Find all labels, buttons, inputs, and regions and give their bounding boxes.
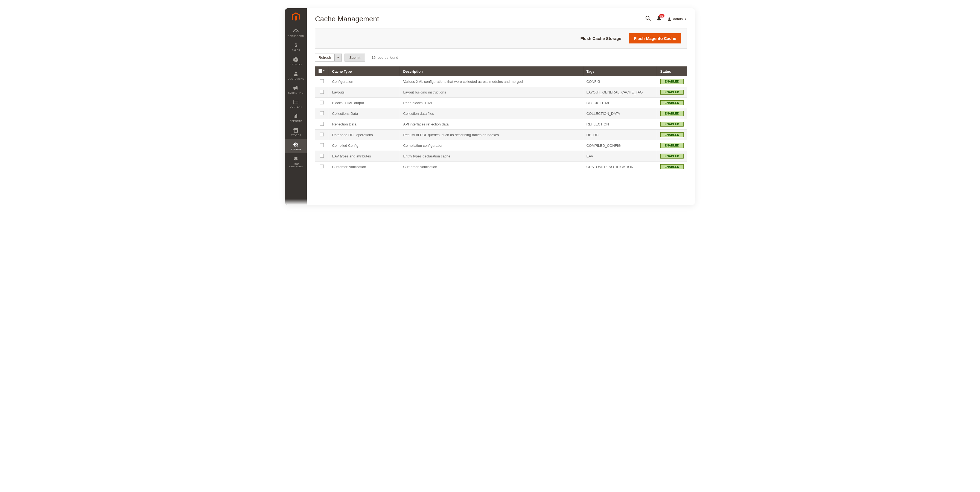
- grid-toolbar: Refresh ▼ Submit 16 records found: [307, 49, 695, 67]
- svg-rect-6: [296, 114, 297, 118]
- cell-type: Collections Data: [329, 108, 400, 119]
- svg-point-0: [295, 71, 297, 73]
- cell-status: ENABLED: [657, 130, 687, 140]
- row-checkbox[interactable]: [320, 90, 324, 94]
- cell-type: Blocks HTML output: [329, 98, 400, 108]
- cell-description: Layout building instructions: [400, 87, 583, 98]
- cell-tags: CUSTOMER_NOTIFICATION: [583, 162, 657, 172]
- table-row[interactable]: Customer NotificationCustomer Notificati…: [315, 162, 687, 172]
- sidebar-item-label: CUSTOMERS: [288, 78, 304, 80]
- row-checkbox[interactable]: [320, 79, 324, 83]
- table-row[interactable]: Blocks HTML outputPage blocks HTMLBLOCK_…: [315, 98, 687, 108]
- cell-description: API interfaces reflection data: [400, 119, 583, 130]
- table-row[interactable]: ConfigurationVarious XML configurations …: [315, 76, 687, 87]
- table-row[interactable]: Compiled ConfigCompilation configuration…: [315, 140, 687, 151]
- search-icon[interactable]: [645, 16, 651, 22]
- row-checkbox[interactable]: [320, 133, 324, 136]
- table-row[interactable]: EAV types and attributesEntity types dec…: [315, 151, 687, 162]
- col-header-checkbox[interactable]: ▼: [315, 67, 329, 76]
- sidebar-item-dashboard[interactable]: DASHBOARD: [285, 26, 307, 40]
- flush-cache-storage-button[interactable]: Flush Cache Storage: [577, 34, 625, 43]
- person-icon: [294, 71, 298, 76]
- cell-status: ENABLED: [657, 151, 687, 162]
- cell-description: Entity types declaration cache: [400, 151, 583, 162]
- row-checkbox[interactable]: [320, 122, 324, 126]
- sidebar-item-label: FIND PARTNERS: [286, 163, 306, 168]
- sidebar-item-sales[interactable]: $ SALES: [285, 40, 307, 54]
- status-badge: ENABLED: [660, 122, 684, 127]
- col-header-description[interactable]: Description: [400, 67, 583, 76]
- cell-description: Page blocks HTML: [400, 98, 583, 108]
- cell-tags: COMPILED_CONFIG: [583, 140, 657, 151]
- cell-type: Compiled Config: [329, 140, 400, 151]
- sidebar-item-customers[interactable]: CUSTOMERS: [285, 68, 307, 83]
- sidebar-item-label: STORES: [291, 134, 301, 137]
- cell-status: ENABLED: [657, 108, 687, 119]
- partners-icon: [293, 156, 298, 162]
- sidebar-item-find-partners[interactable]: FIND PARTNERS: [285, 153, 307, 170]
- sidebar-item-catalog[interactable]: CATALOG: [285, 54, 307, 68]
- cell-status: ENABLED: [657, 76, 687, 87]
- sidebar-item-label: DASHBOARD: [288, 35, 304, 38]
- row-checkbox[interactable]: [320, 165, 324, 168]
- svg-point-9: [668, 17, 670, 19]
- store-icon: [293, 128, 298, 133]
- cell-tags: BLOCK_HTML: [583, 98, 657, 108]
- cell-tags: REFLECTION: [583, 119, 657, 130]
- col-header-type[interactable]: Cache Type: [329, 67, 400, 76]
- admin-user-menu[interactable]: admin ▼: [667, 17, 687, 21]
- caret-down-icon: ▼: [684, 18, 687, 21]
- sidebar-item-label: REPORTS: [290, 120, 302, 123]
- action-bar: Flush Cache Storage Flush Magento Cache: [315, 28, 687, 49]
- layout-icon: [293, 99, 298, 105]
- table-row[interactable]: LayoutsLayout building instructionsLAYOU…: [315, 87, 687, 98]
- magento-logo[interactable]: [285, 8, 307, 26]
- page-header: Cache Management 39 admin ▼: [307, 8, 695, 28]
- row-checkbox[interactable]: [320, 143, 324, 147]
- sidebar-item-label: MARKETING: [288, 92, 304, 95]
- status-badge: ENABLED: [660, 111, 684, 116]
- page-title: Cache Management: [315, 15, 379, 23]
- dollar-icon: $: [294, 43, 297, 48]
- cell-description: Customer Notification: [400, 162, 583, 172]
- svg-rect-5: [295, 115, 296, 118]
- admin-user-label: admin: [673, 17, 683, 21]
- records-count: 16 records found: [372, 56, 398, 60]
- cell-description: Collection data files: [400, 108, 583, 119]
- row-checkbox[interactable]: [320, 111, 324, 115]
- cache-table: ▼ Cache Type Description Tags Status Con…: [315, 67, 687, 172]
- status-badge: ENABLED: [660, 154, 684, 159]
- table-row[interactable]: Database DDL operationsResults of DDL qu…: [315, 130, 687, 140]
- chevron-down-icon: ▼: [335, 54, 342, 61]
- col-header-status[interactable]: Status: [657, 67, 687, 76]
- cell-description: Various XML configurations that were col…: [400, 76, 583, 87]
- status-badge: ENABLED: [660, 79, 684, 84]
- cell-type: EAV types and attributes: [329, 151, 400, 162]
- mass-action-select[interactable]: Refresh ▼: [315, 54, 342, 62]
- sidebar-item-reports[interactable]: REPORTS: [285, 111, 307, 125]
- sidebar-item-marketing[interactable]: MARKETING: [285, 83, 307, 97]
- sidebar-item-label: SYSTEM: [291, 148, 301, 151]
- sidebar-item-stores[interactable]: STORES: [285, 125, 307, 139]
- cell-status: ENABLED: [657, 140, 687, 151]
- row-checkbox[interactable]: [320, 154, 324, 158]
- submit-button[interactable]: Submit: [345, 54, 365, 62]
- flush-magento-cache-button[interactable]: Flush Magento Cache: [629, 33, 681, 43]
- svg-point-7: [646, 16, 649, 19]
- sidebar-item-system[interactable]: SYSTEM: [285, 139, 307, 153]
- megaphone-icon: [293, 85, 298, 91]
- cell-status: ENABLED: [657, 98, 687, 108]
- table-row[interactable]: Reflection DataAPI interfaces reflection…: [315, 119, 687, 130]
- cell-status: ENABLED: [657, 162, 687, 172]
- table-row[interactable]: Collections DataCollection data filesCOL…: [315, 108, 687, 119]
- cell-type: Reflection Data: [329, 119, 400, 130]
- cell-type: Configuration: [329, 76, 400, 87]
- user-icon: [667, 17, 671, 21]
- col-header-tags[interactable]: Tags: [583, 67, 657, 76]
- row-checkbox[interactable]: [320, 101, 324, 105]
- cell-type: Layouts: [329, 87, 400, 98]
- cell-description: Results of DDL queries, such as describi…: [400, 130, 583, 140]
- status-badge: ENABLED: [660, 100, 684, 105]
- notifications-icon[interactable]: 39: [657, 16, 661, 22]
- sidebar-item-content[interactable]: CONTENT: [285, 97, 307, 111]
